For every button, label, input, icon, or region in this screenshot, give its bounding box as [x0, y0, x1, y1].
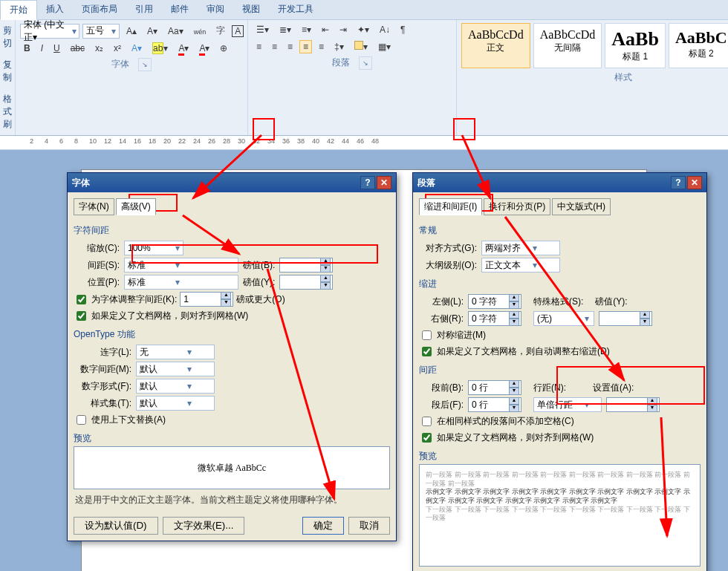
- style-normal[interactable]: AaBbCcDd 正文: [461, 23, 530, 68]
- text-effect-icon[interactable]: A▾: [128, 42, 146, 55]
- nosame-check[interactable]: [422, 417, 432, 426]
- asian-layout-icon[interactable]: ✦▾: [354, 23, 373, 36]
- line-spacing-icon[interactable]: ‡▾: [331, 40, 348, 53]
- enclose-char-icon[interactable]: 字: [212, 23, 229, 39]
- ruler[interactable]: 2468101214161820222426283032343638404244…: [0, 136, 728, 150]
- align-left-icon[interactable]: ≡: [253, 40, 265, 53]
- circled-icon[interactable]: ⊕: [216, 42, 231, 55]
- shading-icon[interactable]: ▾: [351, 39, 371, 53]
- sort-icon[interactable]: A↓: [376, 23, 394, 36]
- align-right-icon[interactable]: ≡: [284, 40, 296, 53]
- show-marks-icon[interactable]: ¶: [397, 23, 409, 36]
- font-family-combo[interactable]: 宋体 (中文正▾▾: [20, 24, 79, 39]
- pos-pt-spin[interactable]: ▲▼: [279, 275, 333, 290]
- numform-combo[interactable]: 默认▾: [136, 379, 215, 394]
- dec-indent-icon[interactable]: ⇤: [318, 23, 333, 36]
- underline-button[interactable]: U: [50, 42, 64, 55]
- tab-mailings[interactable]: 邮件: [162, 0, 198, 19]
- font-color-icon[interactable]: A▾: [175, 42, 192, 55]
- styset-combo[interactable]: 默认▾: [136, 396, 215, 411]
- numsp-combo[interactable]: 默认▾: [136, 362, 215, 376]
- multilevel-icon[interactable]: ≡▾: [298, 23, 315, 36]
- style-nospacing[interactable]: AaBbCcDd 无间隔: [533, 23, 602, 68]
- tab-references[interactable]: 引用: [126, 0, 162, 19]
- char-shading-icon[interactable]: A▾: [195, 42, 213, 55]
- tab-review[interactable]: 审阅: [198, 0, 233, 19]
- tab-devtools[interactable]: 开发工具: [269, 0, 322, 19]
- clipboard-cut[interactable]: 剪切: [0, 20, 15, 54]
- align-justify-icon[interactable]: ≡: [299, 40, 312, 53]
- font-dialog-tab-font[interactable]: 字体(N): [74, 198, 114, 215]
- font-effects-button[interactable]: 文字效果(E)...: [163, 517, 245, 535]
- lig-combo[interactable]: 无▾: [136, 345, 215, 359]
- styles-group-label: 样式: [614, 71, 632, 84]
- char-border-icon[interactable]: A: [232, 25, 244, 37]
- kern-spin[interactable]: 1▲▼: [180, 292, 233, 307]
- bold-button[interactable]: B: [20, 42, 34, 55]
- borders-icon[interactable]: ▦▾: [374, 40, 394, 53]
- font-dialog-close-icon[interactable]: ✕: [377, 176, 391, 189]
- font-dialog-help-icon[interactable]: ?: [360, 176, 375, 189]
- scale-combo[interactable]: 100%▾: [124, 241, 183, 255]
- font-default-button[interactable]: 设为默认值(D): [74, 517, 158, 535]
- tab-layout[interactable]: 页面布局: [73, 0, 126, 19]
- ctx-check[interactable]: [77, 415, 86, 425]
- numbering-icon[interactable]: ≣▾: [276, 23, 295, 36]
- indent-right-label: 右侧(R):: [419, 313, 464, 325]
- style-h2[interactable]: AaBbC 标题 2: [669, 23, 728, 68]
- superscript-button[interactable]: x²: [110, 42, 125, 55]
- para-dialog-close-icon[interactable]: ✕: [687, 176, 702, 189]
- spacing-combo[interactable]: 标准▾: [124, 258, 238, 273]
- sec-char-spacing: 字符间距: [74, 221, 390, 238]
- style-h1[interactable]: AaBb 标题 1: [605, 23, 666, 68]
- phonetic-icon[interactable]: wén: [190, 25, 210, 38]
- spacing-pt-spin[interactable]: ▲▼: [279, 258, 333, 273]
- change-case-icon[interactable]: Aa▾: [164, 25, 187, 38]
- para-dialog-launcher[interactable]: ↘: [359, 56, 372, 70]
- special-pv-spin[interactable]: ▲▼: [599, 311, 652, 326]
- clipboard-painter[interactable]: 格式刷: [0, 88, 15, 135]
- align-dist-icon[interactable]: ≡: [315, 40, 328, 53]
- tab-insert[interactable]: 插入: [37, 0, 73, 19]
- bullets-icon[interactable]: ☰▾: [253, 23, 273, 36]
- shrink-font-icon[interactable]: A▾: [143, 25, 161, 38]
- inc-indent-icon[interactable]: ⇥: [336, 23, 351, 36]
- para-tab-breaks[interactable]: 换行和分页(P): [484, 198, 550, 215]
- clipboard-copy[interactable]: 复制: [0, 54, 15, 88]
- grow-font-icon[interactable]: A▴: [123, 25, 140, 38]
- mirror-check[interactable]: [422, 330, 432, 340]
- strike-button[interactable]: abc: [67, 42, 88, 55]
- indent-right-spin[interactable]: 0 字符▲▼: [468, 311, 521, 326]
- tab-view[interactable]: 视图: [233, 0, 269, 19]
- outline-combo[interactable]: 正文文本▾: [481, 258, 560, 273]
- snapgrid-check[interactable]: [422, 433, 432, 443]
- after-spin[interactable]: 0 行▲▼: [468, 397, 521, 412]
- sec-opentype: OpenType 功能: [74, 325, 390, 342]
- subscript-button[interactable]: x₂: [91, 42, 107, 55]
- font-ok-button[interactable]: 确定: [302, 517, 344, 535]
- special-combo[interactable]: (无)▾: [533, 311, 594, 326]
- spacing-pt-label: 磅值(B):: [243, 259, 275, 272]
- italic-button[interactable]: I: [37, 42, 47, 55]
- font-dialog-launcher[interactable]: ↘: [138, 58, 152, 71]
- linesp-combo[interactable]: 单倍行距▾: [533, 397, 602, 412]
- indent-left-spin[interactable]: 0 字符▲▼: [468, 294, 521, 309]
- after-label: 段后(F):: [419, 399, 464, 411]
- tab-home[interactable]: 开始: [0, 0, 37, 20]
- para-dialog-help-icon[interactable]: ?: [671, 176, 686, 189]
- setval-spin[interactable]: ▲▼: [606, 397, 660, 412]
- before-spin[interactable]: 0 行▲▼: [468, 380, 521, 395]
- align-center-icon[interactable]: ≡: [268, 40, 281, 53]
- font-dialog-tab-advanced[interactable]: 高级(V): [116, 198, 156, 215]
- numform-label: 数字形式(F):: [74, 380, 131, 393]
- grid-align-check[interactable]: [77, 311, 86, 321]
- para-tab-indent[interactable]: 缩进和间距(I): [419, 198, 482, 215]
- kern-check[interactable]: [77, 295, 86, 304]
- pos-combo[interactable]: 标准▾: [124, 275, 238, 290]
- font-size-combo[interactable]: 五号▾: [82, 24, 120, 39]
- font-cancel-button[interactable]: 取消: [348, 517, 390, 535]
- autoindent-check[interactable]: [422, 347, 432, 356]
- align-combo[interactable]: 两端对齐▾: [481, 241, 560, 255]
- para-tab-asian[interactable]: 中文版式(H): [552, 198, 611, 215]
- highlight-icon[interactable]: ab▾: [149, 42, 172, 55]
